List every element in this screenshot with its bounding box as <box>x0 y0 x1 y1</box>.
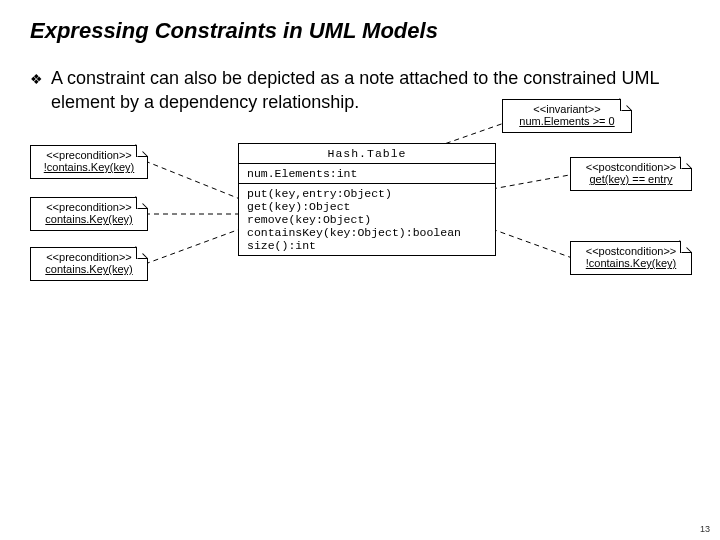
note-postcondition-1: <<postcondition>> get(key) == entry <box>570 157 692 191</box>
uml-diagram: <<invariant>> num.Elements >= 0 <<precon… <box>30 119 690 339</box>
diamond-bullet-icon: ❖ <box>30 66 43 92</box>
constraint-text: !contains.Key(key) <box>577 257 685 270</box>
uml-class-hashtable: Hash.Table num.Elements:int put(key,entr… <box>238 143 496 256</box>
svg-line-0 <box>145 161 240 199</box>
note-precondition-3: <<precondition>> contains.Key(key) <box>30 247 148 281</box>
constraint-text: !contains.Key(key) <box>37 161 141 174</box>
constraint-text: num.Elements >= 0 <box>509 115 625 128</box>
stereotype-label: <<precondition>> <box>37 149 141 162</box>
stereotype-label: <<precondition>> <box>37 251 141 264</box>
svg-line-4 <box>492 229 575 259</box>
constraint-text: contains.Key(key) <box>37 213 141 226</box>
page-number: 13 <box>700 524 710 534</box>
note-fold-icon <box>620 99 632 111</box>
slide-title: Expressing Constraints in UML Models <box>30 18 690 44</box>
note-fold-icon <box>680 157 692 169</box>
stereotype-label: <<postcondition>> <box>577 161 685 174</box>
note-fold-icon <box>136 197 148 209</box>
stereotype-label: <<invariant>> <box>509 103 625 116</box>
note-postcondition-2: <<postcondition>> !contains.Key(key) <box>570 241 692 275</box>
note-precondition-1: <<precondition>> !contains.Key(key) <box>30 145 148 179</box>
constraint-text: contains.Key(key) <box>37 263 141 276</box>
svg-line-2 <box>145 229 240 264</box>
constraint-text: get(key) == entry <box>577 173 685 186</box>
note-invariant: <<invariant>> num.Elements >= 0 <box>502 99 632 133</box>
svg-line-3 <box>492 174 575 189</box>
note-fold-icon <box>680 241 692 253</box>
stereotype-label: <<postcondition>> <box>577 245 685 258</box>
class-operations: put(key,entry:Object) get(key):Object re… <box>239 184 495 255</box>
class-attributes: num.Elements:int <box>239 164 495 184</box>
note-fold-icon <box>136 145 148 157</box>
class-name: Hash.Table <box>239 144 495 164</box>
stereotype-label: <<precondition>> <box>37 201 141 214</box>
note-precondition-2: <<precondition>> contains.Key(key) <box>30 197 148 231</box>
note-fold-icon <box>136 247 148 259</box>
